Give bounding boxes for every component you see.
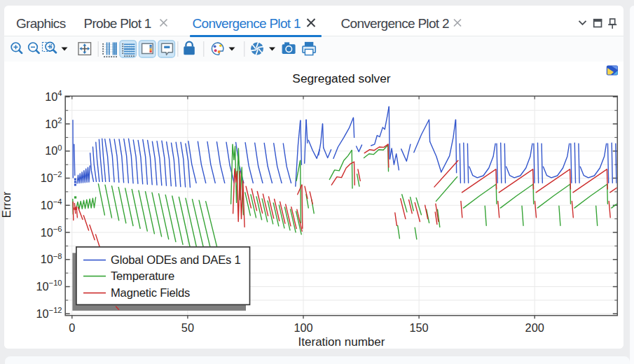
svg-text:Temperature: Temperature xyxy=(111,270,174,283)
svg-text:50: 50 xyxy=(181,321,194,334)
svg-text:0: 0 xyxy=(69,321,75,334)
svg-text:Probe Plot 1: Probe Plot 1 xyxy=(84,16,151,31)
svg-text:Global ODEs and DAEs 1: Global ODEs and DAEs 1 xyxy=(111,253,241,267)
svg-text:Magnetic Fields: Magnetic Fields xyxy=(111,286,190,300)
svg-text:10−6: 10−6 xyxy=(41,225,62,239)
svg-text:200: 200 xyxy=(525,321,544,334)
svg-text:10−12: 10−12 xyxy=(36,306,62,320)
svg-text:10−2: 10−2 xyxy=(41,170,62,184)
svg-text:102: 102 xyxy=(45,116,62,130)
svg-text:10−8: 10−8 xyxy=(41,252,62,266)
svg-text:104: 104 xyxy=(45,89,62,103)
svg-text:100: 100 xyxy=(45,144,62,158)
svg-text:10−4: 10−4 xyxy=(41,197,62,211)
svg-text:Segregated solver: Segregated solver xyxy=(292,71,391,85)
svg-text:150: 150 xyxy=(410,321,429,334)
svg-text:Graphics: Graphics xyxy=(16,16,66,31)
svg-text:Error: Error xyxy=(0,191,13,218)
svg-text:Iteration number: Iteration number xyxy=(298,335,385,349)
svg-text:100: 100 xyxy=(294,321,312,334)
svg-text:Convergence Plot 1: Convergence Plot 1 xyxy=(193,16,301,31)
svg-text:10−10: 10−10 xyxy=(36,279,62,293)
svg-text:Convergence Plot 2: Convergence Plot 2 xyxy=(341,16,449,31)
